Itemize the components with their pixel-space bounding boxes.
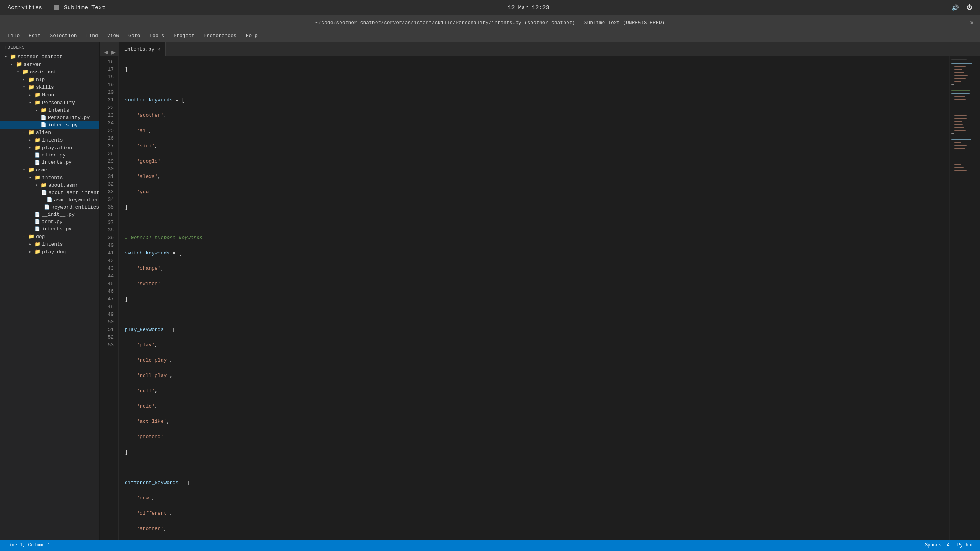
menu-find[interactable]: Find: [82, 31, 102, 40]
folder-skills[interactable]: 📁 skills: [0, 83, 99, 91]
folder-play-dog[interactable]: 📁 play.dog: [0, 248, 99, 256]
file-label-asmr-py: asmr.py: [42, 219, 63, 225]
folder-label-dog: dog: [36, 234, 45, 240]
menu-project[interactable]: Project: [170, 31, 198, 40]
folder-label-intents-dog: intents: [42, 241, 63, 247]
file-asmr-keyword-en[interactable]: 📄 asmr_keyword.en: [0, 196, 99, 204]
folder-play-alien[interactable]: 📁 play.alien: [0, 144, 99, 152]
volume-icon[interactable]: 🔊: [952, 4, 959, 11]
file-icon-personality-py: 📄: [41, 115, 46, 121]
code-line-37: 'roll',: [125, 387, 949, 395]
svg-rect-6: [954, 75, 968, 76]
file-icon-init-py: 📄: [34, 212, 40, 217]
file-intents-py-active[interactable]: 📄 intents.py: [0, 121, 99, 129]
language-info[interactable]: Python: [957, 543, 974, 548]
tab-close-button[interactable]: ✕: [157, 46, 160, 52]
folder-intents-dog[interactable]: 📁 intents: [0, 240, 99, 248]
folder-label-menu: Menu: [42, 92, 54, 98]
menu-selection[interactable]: Selection: [46, 31, 80, 40]
close-button[interactable]: ✕: [970, 19, 974, 26]
minimap-svg: [950, 56, 980, 347]
svg-rect-13: [954, 99, 966, 100]
folder-alien[interactable]: 📁 alien: [0, 129, 99, 136]
title-bar: ~/code/soother-chatbot/server/assistant/…: [0, 15, 980, 30]
svg-rect-10: [951, 90, 970, 91]
folder-menu[interactable]: 📁 Menu: [0, 91, 99, 99]
svg-rect-26: [954, 145, 967, 146]
folder-icon-soother-chatbot: 📁: [10, 54, 16, 60]
tab-prev-button[interactable]: ◀: [103, 48, 110, 56]
activities-label[interactable]: Activities: [8, 5, 42, 11]
folder-icon-alien: 📁: [28, 129, 34, 135]
editor-content[interactable]: 16 17 18 19 20 21 22 23 24 25 26 27 28 2…: [100, 56, 980, 540]
file-intents-alien-py[interactable]: 📄 intents.py: [0, 159, 99, 166]
folder-label-play-dog: play.dog: [42, 249, 66, 255]
menu-view[interactable]: View: [103, 31, 123, 40]
file-label-keyword-entities: keyword.entities: [51, 204, 99, 210]
folder-server[interactable]: 📁 server: [0, 60, 99, 68]
svg-rect-3: [954, 66, 966, 67]
tab-intents-py[interactable]: intents.py ✕: [119, 42, 166, 56]
file-init-py[interactable]: 📄 __init__.py: [0, 211, 99, 218]
menu-goto[interactable]: Goto: [124, 31, 144, 40]
tab-nav[interactable]: ◀ ▶: [103, 48, 117, 56]
file-personality-py[interactable]: 📄 Personality.py: [0, 114, 99, 121]
file-icon-asmr-py: 📄: [34, 219, 40, 225]
file-alien-py[interactable]: 📄 alien.py: [0, 152, 99, 159]
tab-next-button[interactable]: ▶: [110, 48, 117, 56]
folder-soother-chatbot[interactable]: 📁 soother-chatbot: [0, 53, 99, 60]
file-about-asmr-intents[interactable]: 📄 about.asmr.intents: [0, 189, 99, 196]
code-line-25: ]: [125, 204, 949, 211]
file-intents-asmr-py[interactable]: 📄 intents.py: [0, 225, 99, 233]
svg-rect-8: [954, 81, 961, 82]
svg-rect-23: [951, 133, 954, 134]
tab-filename: intents.py: [124, 46, 154, 52]
folder-icon-personality: 📁: [34, 99, 41, 106]
svg-rect-7: [954, 78, 966, 79]
file-icon-asmr-keyword-en: 📄: [47, 197, 52, 203]
menu-preferences[interactable]: Preferences: [200, 31, 240, 40]
indent-info[interactable]: Spaces: 4: [925, 543, 950, 548]
file-icon-intents-asmr-py: 📄: [34, 226, 40, 232]
arrow-play-alien: [29, 145, 34, 150]
folder-assistant[interactable]: 📁 assistant: [0, 68, 99, 76]
folder-icon-intents-alien: 📁: [34, 137, 41, 143]
folder-icon-skills: 📁: [28, 84, 34, 90]
menu-help[interactable]: Help: [242, 31, 261, 40]
svg-rect-21: [954, 127, 964, 128]
arrow-intents-asmr: [29, 175, 34, 180]
arrow-dog: [23, 234, 28, 239]
menu-edit[interactable]: Edit: [25, 31, 44, 40]
folder-dog[interactable]: 📁 dog: [0, 233, 99, 240]
folder-intents-asmr[interactable]: 📁 intents: [0, 174, 99, 181]
code-line-42: [125, 464, 949, 471]
folder-personality[interactable]: 📁 Personality: [0, 99, 99, 106]
folder-asmr[interactable]: 📁 asmr: [0, 166, 99, 174]
cursor-position: Line 1, Column 1: [6, 543, 50, 548]
folder-label-skills: skills: [36, 85, 54, 90]
folder-nlp[interactable]: 📁 nlp: [0, 76, 99, 83]
file-label-init-py: __init__.py: [42, 212, 75, 217]
file-keyword-entities[interactable]: 📄 keyword.entities: [0, 204, 99, 211]
system-time: 12 Mar 12:23: [508, 5, 549, 11]
file-icon-alien-py: 📄: [34, 152, 40, 158]
svg-rect-2: [951, 63, 972, 64]
folder-about-asmr[interactable]: 📁 about.asmr: [0, 181, 99, 189]
file-asmr-py[interactable]: 📄 asmr.py: [0, 218, 99, 225]
arrow-menu: [29, 93, 34, 97]
svg-rect-16: [954, 112, 962, 112]
power-icon[interactable]: ⏻: [967, 4, 972, 11]
menu-tools[interactable]: Tools: [145, 31, 168, 40]
svg-rect-1: [951, 59, 967, 60]
code-line-35: 'role play',: [125, 357, 949, 364]
code-line-18: soother_keywords = [: [125, 96, 949, 104]
menu-file[interactable]: File: [4, 31, 23, 40]
folder-intents-alien[interactable]: 📁 intents: [0, 136, 99, 144]
folder-label-about-asmr: about.asmr: [48, 183, 78, 188]
code-line-32: [125, 311, 949, 318]
folder-intents-personality[interactable]: 📁 intents: [0, 106, 99, 114]
code-editor[interactable]: ] soother_keywords = [ 'soother', 'ai', …: [119, 56, 949, 540]
status-left: Line 1, Column 1: [6, 543, 50, 548]
code-line-38: 'role',: [125, 403, 949, 410]
folder-icon-assistant: 📁: [22, 69, 28, 75]
